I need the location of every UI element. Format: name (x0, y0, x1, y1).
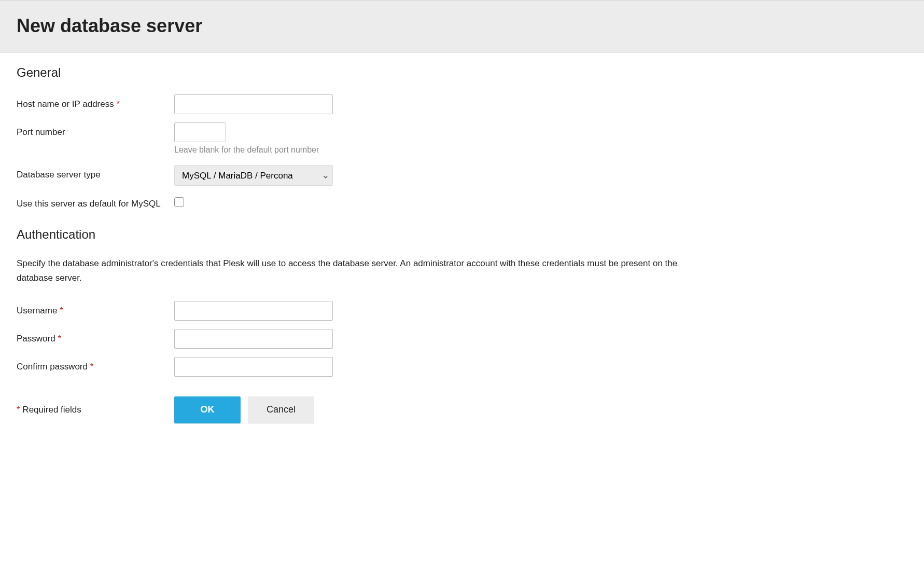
username-input[interactable] (174, 301, 333, 321)
form-row-default-mysql: Use this server as default for MySQL (17, 194, 907, 211)
form-row-port: Port number (17, 122, 907, 142)
page-header: New database server (0, 0, 924, 53)
default-mysql-checkbox[interactable] (174, 197, 184, 207)
label-hostname: Host name or IP address * (17, 94, 174, 111)
hint-row-port: Leave blank for the default port number (17, 143, 907, 155)
label-default-mysql: Use this server as default for MySQL (17, 194, 174, 211)
label-port: Port number (17, 122, 174, 139)
confirm-password-input[interactable] (174, 357, 333, 377)
form-row-hostname: Host name or IP address * (17, 94, 907, 114)
required-star: * (116, 99, 120, 109)
required-star: * (60, 306, 63, 315)
section-title-general: General (17, 65, 907, 80)
port-input[interactable] (174, 122, 226, 142)
server-type-select[interactable]: MySQL / MariaDB / Percona (174, 165, 333, 186)
form-row-server-type: Database server type MySQL / MariaDB / P… (17, 165, 907, 186)
ok-button[interactable]: OK (174, 396, 241, 423)
auth-description: Specify the database administrator's cre… (17, 256, 711, 285)
page-title: New database server (17, 15, 907, 37)
label-server-type: Database server type (17, 165, 174, 182)
required-fields-note: * Required fields (17, 405, 174, 415)
section-title-auth: Authentication (17, 227, 907, 242)
page-content: ‹ General Host name or IP address * Port… (0, 53, 924, 444)
form-row-password: Password * (17, 329, 907, 349)
required-star: * (58, 334, 61, 344)
form-row-confirm-password: Confirm password * (17, 357, 907, 377)
actions-row: * Required fields OK Cancel (17, 396, 907, 423)
port-hint: Leave blank for the default port number (174, 143, 319, 155)
hostname-input[interactable] (174, 94, 333, 114)
required-star: * (90, 362, 94, 372)
label-confirm-password: Confirm password * (17, 357, 174, 374)
label-password: Password * (17, 329, 174, 346)
cancel-button[interactable]: Cancel (248, 396, 314, 423)
label-username: Username * (17, 301, 174, 318)
password-input[interactable] (174, 329, 333, 349)
form-row-username: Username * (17, 301, 907, 321)
